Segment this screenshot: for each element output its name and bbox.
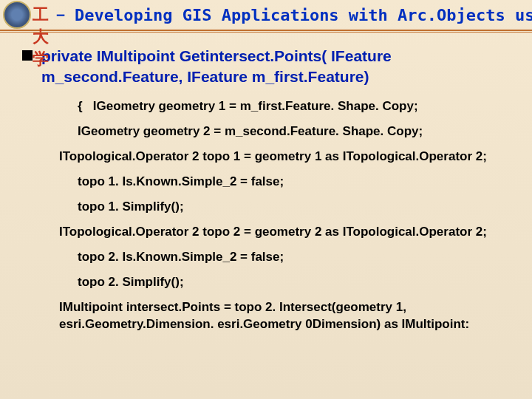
slide-header: 西理工大学 － Developing GIS Applications with… (0, 0, 532, 31)
university-logo-icon (3, 1, 31, 29)
header-dash: － (52, 4, 69, 26)
code-block: IGeometry geometry 1 = m_first.Feature. … (22, 98, 517, 332)
code-line-9: IMultipoint intersect.Points = topo 2. I… (37, 299, 517, 332)
slide-content: private IMultipoint Getintersect.Points(… (0, 31, 532, 332)
university-name: 西理工大学 (33, 0, 50, 70)
code-line-8: topo 2. Simplify(); (78, 274, 517, 290)
course-title: Developing GIS Applications with Arc.Obj… (75, 6, 532, 24)
method-signature-row: private IMultipoint Getintersect.Points(… (22, 46, 517, 88)
code-line-3: ITopological.Operator 2 topo 1 = geometr… (37, 149, 517, 165)
code-line-2: IGeometry geometry 2 = m_second.Feature.… (78, 123, 517, 140)
bullet-icon (22, 50, 33, 61)
code-line-4: topo 1. Is.Known.Simple_2 = false; (78, 174, 517, 190)
code-line-7: topo 2. Is.Known.Simple_2 = false; (78, 249, 517, 265)
code-line-5: topo 1. Simplify(); (78, 199, 517, 215)
method-signature: private IMultipoint Getintersect.Points(… (41, 46, 517, 88)
code-line-6: ITopological.Operator 2 topo 2 = geometr… (37, 224, 517, 240)
code-line-1: IGeometry geometry 1 = m_first.Feature. … (78, 98, 517, 115)
